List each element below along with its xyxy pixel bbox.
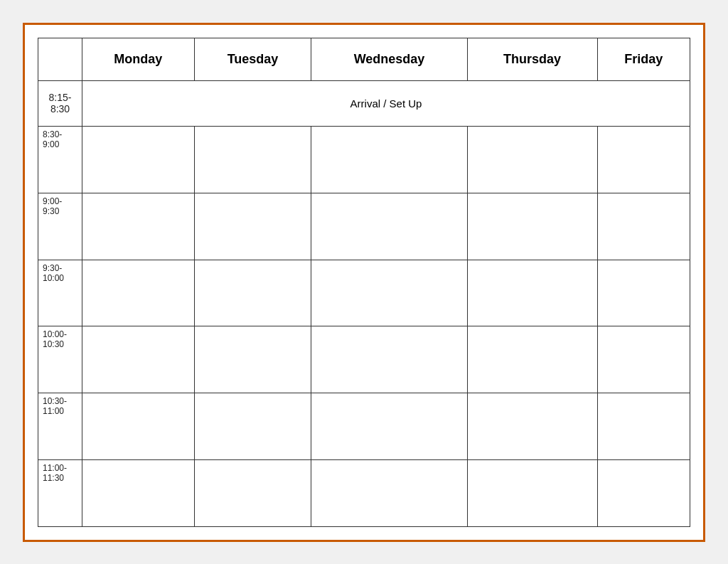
cell-slot5-day4[interactable] bbox=[597, 393, 690, 460]
header-friday: Friday bbox=[597, 38, 690, 80]
cell-slot3-day1[interactable] bbox=[194, 260, 311, 326]
cell-slot5-day3[interactable] bbox=[467, 393, 597, 460]
page-wrapper: Monday Tuesday Wednesday Thursday Friday… bbox=[23, 23, 705, 542]
time-row-5: 10:30- 11:00 bbox=[38, 393, 690, 460]
header-row: Monday Tuesday Wednesday Thursday Friday bbox=[38, 38, 690, 80]
time-label-4: 10:00- 10:30 bbox=[38, 326, 82, 393]
cell-slot2-day4[interactable] bbox=[597, 193, 690, 260]
cell-slot1-day3[interactable] bbox=[467, 127, 597, 193]
cell-slot2-day2[interactable] bbox=[311, 193, 467, 260]
cell-slot4-day2[interactable] bbox=[311, 326, 467, 393]
cell-slot3-day2[interactable] bbox=[311, 260, 467, 326]
cell-slot3-day4[interactable] bbox=[597, 260, 690, 326]
arrival-cell: Arrival / Set Up bbox=[82, 80, 690, 127]
cell-slot1-day1[interactable] bbox=[194, 127, 311, 193]
cell-slot6-day1[interactable] bbox=[194, 459, 311, 526]
schedule-table: Monday Tuesday Wednesday Thursday Friday… bbox=[38, 38, 690, 527]
time-label-5: 10:30- 11:00 bbox=[38, 393, 82, 460]
time-label-1: 8:30- 9:00 bbox=[38, 127, 82, 193]
time-row-4: 10:00- 10:30 bbox=[38, 326, 690, 393]
cell-slot5-day2[interactable] bbox=[311, 393, 467, 460]
time-row-0: 8:15- 8:30Arrival / Set Up bbox=[38, 80, 690, 127]
cell-slot3-day3[interactable] bbox=[467, 260, 597, 326]
cell-slot6-day3[interactable] bbox=[467, 459, 597, 526]
header-monday: Monday bbox=[82, 38, 195, 80]
header-wednesday: Wednesday bbox=[311, 38, 467, 80]
cell-slot6-day2[interactable] bbox=[311, 459, 467, 526]
time-label-3: 9:30- 10:00 bbox=[38, 260, 82, 326]
time-row-2: 9:00- 9:30 bbox=[38, 193, 690, 260]
cell-slot5-day0[interactable] bbox=[82, 393, 195, 460]
header-thursday: Thursday bbox=[467, 38, 597, 80]
time-label-0: 8:15- 8:30 bbox=[38, 80, 82, 127]
cell-slot4-day1[interactable] bbox=[194, 326, 311, 393]
time-label-2: 9:00- 9:30 bbox=[38, 193, 82, 260]
header-tuesday: Tuesday bbox=[194, 38, 311, 80]
cell-slot6-day0[interactable] bbox=[82, 459, 195, 526]
time-row-6: 11:00- 11:30 bbox=[38, 459, 690, 526]
cell-slot3-day0[interactable] bbox=[82, 260, 195, 326]
cell-slot4-day4[interactable] bbox=[597, 326, 690, 393]
cell-slot2-day3[interactable] bbox=[467, 193, 597, 260]
cell-slot1-day4[interactable] bbox=[597, 127, 690, 193]
cell-slot4-day3[interactable] bbox=[467, 326, 597, 393]
cell-slot1-day0[interactable] bbox=[82, 127, 195, 193]
cell-slot1-day2[interactable] bbox=[311, 127, 467, 193]
cell-slot2-day1[interactable] bbox=[194, 193, 311, 260]
time-row-3: 9:30- 10:00 bbox=[38, 260, 690, 326]
header-time bbox=[38, 38, 82, 80]
cell-slot6-day4[interactable] bbox=[597, 459, 690, 526]
time-row-1: 8:30- 9:00 bbox=[38, 127, 690, 193]
cell-slot4-day0[interactable] bbox=[82, 326, 195, 393]
cell-slot5-day1[interactable] bbox=[194, 393, 311, 460]
cell-slot2-day0[interactable] bbox=[82, 193, 195, 260]
time-label-6: 11:00- 11:30 bbox=[38, 459, 82, 526]
